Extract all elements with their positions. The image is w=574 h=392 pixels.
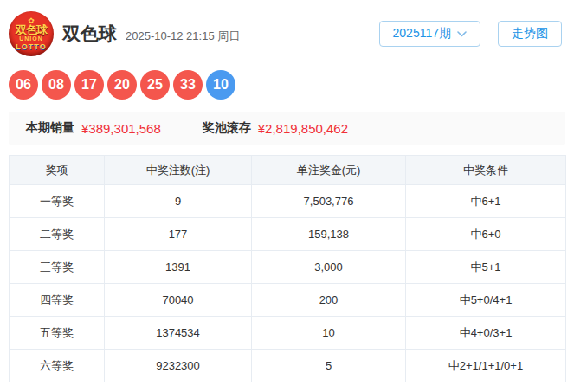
table-cell: 3,000 bbox=[252, 251, 406, 284]
logo-text-union: UNION bbox=[19, 35, 43, 42]
table-row: 四等奖70040200中5+0/4+1 bbox=[10, 284, 566, 317]
lottery-results-page: ✿ 双色球 UNION LOTTO 双色球 2025-10-12 21:15 周… bbox=[0, 0, 574, 392]
table-row: 三等奖13913,000中5+1 bbox=[10, 251, 566, 284]
logo-text-lotto: LOTTO bbox=[16, 42, 46, 51]
table-cell: 200 bbox=[252, 284, 406, 317]
column-header: 中奖条件 bbox=[406, 156, 566, 185]
red-ball: 20 bbox=[107, 70, 137, 100]
table-cell: 中5+1 bbox=[406, 251, 566, 284]
table-cell: 1374534 bbox=[105, 317, 252, 350]
period-label: 2025117期 bbox=[393, 26, 451, 42]
table-cell: 中2+1/1+1/0+1 bbox=[406, 350, 566, 382]
winning-numbers: 06081720253310 bbox=[9, 70, 565, 100]
table-row: 二等奖177159,138中6+0 bbox=[10, 218, 566, 251]
table-cell: 5 bbox=[252, 350, 406, 382]
red-ball: 33 bbox=[173, 70, 203, 100]
column-header: 中奖注数(注) bbox=[105, 156, 252, 185]
table-cell: 9 bbox=[105, 185, 252, 218]
sales-label: 本期销量 bbox=[26, 120, 74, 136]
table-cell: 1391 bbox=[105, 251, 252, 284]
red-ball: 17 bbox=[74, 70, 104, 100]
table-row: 一等奖97,503,776中6+1 bbox=[10, 185, 566, 218]
table-row: 五等奖137453410中4+0/3+1 bbox=[10, 317, 566, 350]
red-ball: 06 bbox=[9, 70, 38, 100]
table-cell: 五等奖 bbox=[10, 317, 105, 350]
jackpot-label: 奖池滚存 bbox=[203, 120, 251, 136]
column-header: 奖项 bbox=[10, 156, 105, 185]
table-cell: 一等奖 bbox=[10, 185, 105, 218]
union-lotto-logo: ✿ 双色球 UNION LOTTO bbox=[9, 11, 54, 56]
table-cell: 六等奖 bbox=[10, 350, 105, 382]
table-header-row: 奖项中奖注数(注)单注奖金(元)中奖条件 bbox=[10, 156, 566, 185]
chevron-down-icon bbox=[457, 31, 467, 37]
trend-chart-button[interactable]: 走势图 bbox=[498, 21, 562, 47]
table-cell: 10 bbox=[252, 317, 406, 350]
table-cell: 三等奖 bbox=[10, 251, 105, 284]
table-cell: 中6+0 bbox=[406, 218, 566, 251]
logo-text-cn: 双色球 bbox=[16, 24, 47, 35]
table-cell: 7,503,776 bbox=[252, 185, 406, 218]
table-cell: 四等奖 bbox=[10, 284, 105, 317]
blue-ball: 10 bbox=[206, 70, 235, 100]
draw-datetime: 2025-10-12 21:15 周日 bbox=[126, 29, 240, 44]
table-cell: 70040 bbox=[105, 284, 252, 317]
sales-value: ¥389,301,568 bbox=[81, 121, 161, 136]
red-ball: 08 bbox=[42, 70, 71, 100]
column-header: 单注奖金(元) bbox=[252, 156, 406, 185]
page-title: 双色球 bbox=[62, 22, 117, 46]
table-cell: 中6+1 bbox=[406, 185, 566, 218]
table-row: 六等奖92323005中2+1/1+1/0+1 bbox=[10, 350, 566, 382]
jackpot-value: ¥2,819,850,462 bbox=[258, 121, 348, 136]
stats-bar: 本期销量 ¥389,301,568 奖池滚存 ¥2,819,850,462 bbox=[9, 112, 565, 145]
table-cell: 177 bbox=[105, 218, 252, 251]
prize-table: 奖项中奖注数(注)单注奖金(元)中奖条件 一等奖97,503,776中6+1二等… bbox=[9, 155, 566, 382]
table-cell: 9232300 bbox=[105, 350, 252, 382]
table-cell: 中4+0/3+1 bbox=[406, 317, 566, 350]
table-cell: 159,138 bbox=[252, 218, 406, 251]
red-ball: 25 bbox=[140, 70, 170, 100]
period-select-button[interactable]: 2025117期 bbox=[379, 21, 480, 47]
prize-table-body: 一等奖97,503,776中6+1二等奖177159,138中6+0三等奖139… bbox=[10, 185, 566, 382]
table-cell: 中5+0/4+1 bbox=[406, 284, 566, 317]
header: ✿ 双色球 UNION LOTTO 双色球 2025-10-12 21:15 周… bbox=[9, 9, 565, 59]
table-cell: 二等奖 bbox=[10, 218, 105, 251]
header-actions: 2025117期 走势图 bbox=[379, 21, 562, 47]
